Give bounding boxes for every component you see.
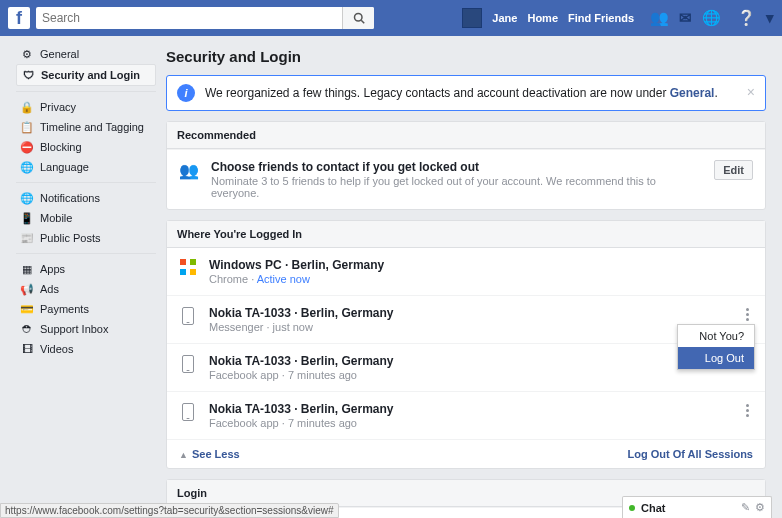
search-button[interactable] <box>342 7 374 29</box>
not-you-option[interactable]: Not You? <box>678 325 754 347</box>
session-menu-popup: Not You?Log Out <box>677 324 755 370</box>
recommended-row: 👥 Choose friends to contact if you get l… <box>167 149 765 209</box>
sidebar-item-label: Notifications <box>40 192 100 204</box>
sessions-card: Where You're Logged In Windows PC · Berl… <box>166 220 766 469</box>
phone-icon <box>182 403 194 421</box>
session-detail: Facebook app · 7 minutes ago <box>209 369 753 381</box>
account-menu-icon[interactable]: ▾ <box>766 9 774 27</box>
sidebar-item-notifications[interactable]: 🌐Notifications <box>16 188 156 208</box>
session-detail: Messenger · just now <box>209 321 730 333</box>
sidebar-item-timeline-and-tagging[interactable]: 📋Timeline and Tagging <box>16 117 156 137</box>
sidebar-item-label: Timeline and Tagging <box>40 121 144 133</box>
gear-icon[interactable]: ⚙ <box>755 501 765 514</box>
sidebar-item-label: Apps <box>40 263 65 275</box>
recommended-card: Recommended 👥 Choose friends to contact … <box>166 121 766 210</box>
session-row: Nokia TA-1033 · Berlin, GermanyFacebook … <box>167 391 765 439</box>
session-row: Nokia TA-1033 · Berlin, GermanyMessenger… <box>167 295 765 343</box>
session-detail: Facebook app · 7 minutes ago <box>209 417 730 429</box>
close-icon[interactable]: × <box>747 84 755 100</box>
sidebar-item-support-inbox[interactable]: ⛑Support Inbox <box>16 319 156 339</box>
help-icon[interactable]: ❔ <box>737 9 756 27</box>
sidebar-item-icon: 🛡 <box>21 68 35 82</box>
sidebar-item-icon: 💳 <box>20 302 34 316</box>
session-row: Nokia TA-1033 · Berlin, GermanyFacebook … <box>167 343 765 391</box>
chat-label: Chat <box>641 502 665 514</box>
logout-all-link[interactable]: Log Out Of All Sessions <box>628 448 754 460</box>
top-right: Jane Home Find Friends 👥 ✉ 🌐 ❔ ▾ <box>462 8 774 28</box>
home-link[interactable]: Home <box>527 12 558 24</box>
sidebar-item-icon: ▦ <box>20 262 34 276</box>
sidebar-item-label: Blocking <box>40 141 82 153</box>
session-menu-button[interactable] <box>742 402 753 419</box>
see-less-link[interactable]: ▲See Less <box>179 448 240 460</box>
sidebar-item-label: General <box>40 48 79 60</box>
sidebar-item-general[interactable]: ⚙General <box>16 44 156 64</box>
top-icons: 👥 ✉ 🌐 ❔ ▾ <box>650 9 774 27</box>
sidebar-item-blocking[interactable]: ⛔Blocking <box>16 137 156 157</box>
sidebar-item-videos[interactable]: 🎞Videos <box>16 339 156 359</box>
notice-general-link[interactable]: General <box>670 86 715 100</box>
search-wrap <box>36 7 374 29</box>
row-title: Choose friends to contact if you get loc… <box>211 160 702 174</box>
sidebar-item-label: Support Inbox <box>40 323 109 335</box>
card-header: Recommended <box>167 122 765 149</box>
sidebar-item-language[interactable]: 🌐Language <box>16 157 156 177</box>
windows-icon <box>180 259 196 275</box>
sidebar-item-label: Payments <box>40 303 89 315</box>
avatar[interactable] <box>462 8 482 28</box>
session-menu-button[interactable] <box>742 306 753 323</box>
phone-icon <box>182 307 194 325</box>
settings-sidebar: ⚙General🛡Security and Login🔒Privacy📋Time… <box>16 44 156 518</box>
messenger-icon[interactable]: ✉ <box>679 9 692 27</box>
facebook-logo-icon[interactable]: f <box>8 7 30 29</box>
profile-link[interactable]: Jane <box>492 12 517 24</box>
session-device: Windows PC · Berlin, Germany <box>209 258 753 272</box>
notice-text: We reorganized a few things. Legacy cont… <box>205 86 718 100</box>
sidebar-item-public-posts[interactable]: 📰Public Posts <box>16 228 156 248</box>
top-bar: f Jane Home Find Friends 👥 ✉ 🌐 ❔ ▾ <box>0 0 782 36</box>
sidebar-item-security-and-login[interactable]: 🛡Security and Login <box>16 64 156 86</box>
session-detail: Chrome · Active now <box>209 273 753 285</box>
card-header: Where You're Logged In <box>167 221 765 248</box>
sidebar-item-icon: ⛔ <box>20 140 34 154</box>
session-device: Nokia TA-1033 · Berlin, Germany <box>209 354 753 368</box>
row-subtitle: Nominate 3 to 5 friends to help if you g… <box>211 175 702 199</box>
sessions-footer: ▲See Less Log Out Of All Sessions <box>167 439 765 468</box>
notifications-icon[interactable]: 🌐 <box>702 9 721 27</box>
sidebar-item-icon: 🌐 <box>20 160 34 174</box>
edit-button[interactable]: Edit <box>714 160 753 180</box>
online-dot-icon <box>629 505 635 511</box>
sidebar-item-label: Public Posts <box>40 232 101 244</box>
search-input[interactable] <box>36 7 374 29</box>
friends-icon: 👥 <box>179 160 199 180</box>
session-device: Nokia TA-1033 · Berlin, Germany <box>209 402 730 416</box>
search-icon <box>353 12 365 24</box>
sidebar-item-label: Videos <box>40 343 73 355</box>
sidebar-item-icon: 🔒 <box>20 100 34 114</box>
sidebar-item-icon: ⚙ <box>20 47 34 61</box>
main-panel: Security and Login i We reorganized a fe… <box>166 44 766 518</box>
sidebar-item-icon: 📱 <box>20 211 34 225</box>
chat-bar[interactable]: Chat ✎ ⚙ <box>622 496 772 518</box>
sidebar-item-icon: 📢 <box>20 282 34 296</box>
sidebar-item-icon: ⛑ <box>20 322 34 336</box>
friend-requests-icon[interactable]: 👥 <box>650 9 669 27</box>
svg-line-1 <box>361 20 364 23</box>
sidebar-item-icon: 📰 <box>20 231 34 245</box>
session-device: Nokia TA-1033 · Berlin, Germany <box>209 306 730 320</box>
compose-icon[interactable]: ✎ <box>741 501 750 514</box>
log-out-option[interactable]: Log Out <box>678 347 754 369</box>
status-bar-url: https://www.facebook.com/settings?tab=se… <box>0 503 339 518</box>
sidebar-item-mobile[interactable]: 📱Mobile <box>16 208 156 228</box>
session-row: Windows PC · Berlin, GermanyChrome · Act… <box>167 248 765 295</box>
info-notice: i We reorganized a few things. Legacy co… <box>166 75 766 111</box>
sidebar-item-apps[interactable]: ▦Apps <box>16 259 156 279</box>
sidebar-item-ads[interactable]: 📢Ads <box>16 279 156 299</box>
sidebar-item-payments[interactable]: 💳Payments <box>16 299 156 319</box>
svg-point-0 <box>354 14 362 22</box>
phone-icon <box>182 355 194 373</box>
sidebar-item-privacy[interactable]: 🔒Privacy <box>16 97 156 117</box>
find-friends-link[interactable]: Find Friends <box>568 12 634 24</box>
sidebar-item-label: Security and Login <box>41 69 140 81</box>
page-title: Security and Login <box>166 48 766 65</box>
